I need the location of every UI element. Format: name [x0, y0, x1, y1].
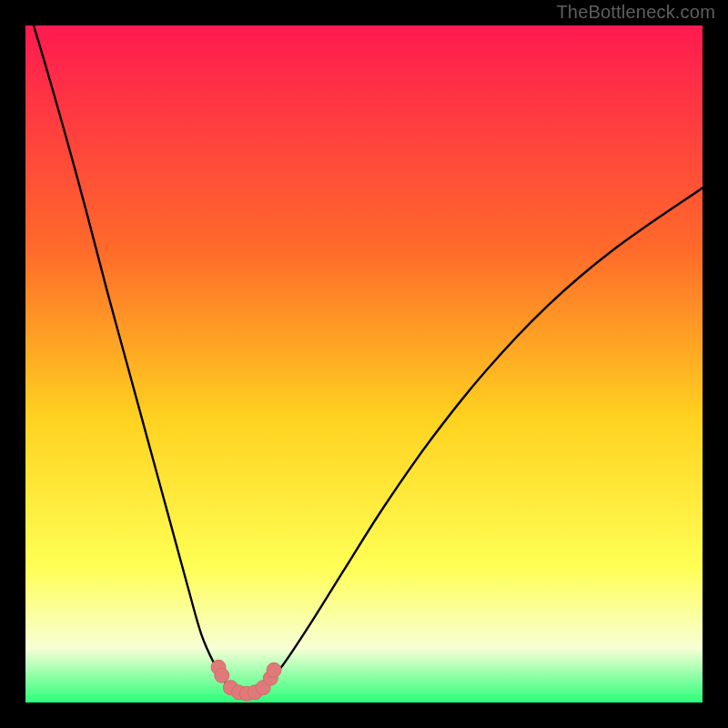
chart-svg — [25, 25, 703, 703]
curve-marker — [267, 662, 281, 677]
chart-plot-area — [25, 25, 703, 703]
curve-marker — [215, 668, 229, 682]
watermark-text: TheBottleneck.com — [556, 2, 715, 23]
